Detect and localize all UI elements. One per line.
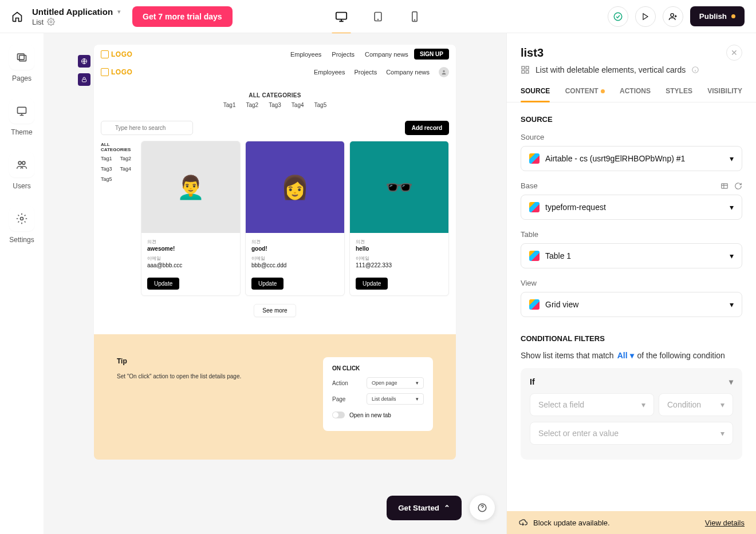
- condition-if-row[interactable]: If ▾: [530, 377, 733, 386]
- tag[interactable]: Tag1: [223, 102, 236, 108]
- card[interactable]: 👨‍🦱 의견 awesome! 이메일 aaa@bbb.ccc Update: [141, 141, 241, 296]
- search-row: Add record: [94, 115, 456, 141]
- tab-visibility[interactable]: VISIBILITY: [707, 87, 742, 102]
- open-new-tab-toggle[interactable]: [332, 412, 345, 418]
- side-tag[interactable]: Tag4: [120, 166, 132, 172]
- refresh-icon[interactable]: [734, 182, 742, 190]
- dot-indicator: [601, 89, 605, 93]
- side-tag[interactable]: Tag5: [101, 176, 112, 182]
- trial-button[interactable]: Get 7 more trial days: [132, 6, 233, 27]
- side-tag[interactable]: Tag3: [101, 166, 112, 172]
- play-button[interactable]: [635, 6, 656, 27]
- page-label: List: [32, 18, 44, 26]
- close-panel-button[interactable]: ✕: [726, 45, 742, 61]
- rail-users[interactable]: Users: [9, 152, 34, 190]
- condition-select[interactable]: Condition▾: [659, 393, 733, 416]
- signup-button[interactable]: SIGN UP: [414, 49, 449, 60]
- tip-title: Tip: [117, 357, 289, 365]
- rail-pages[interactable]: Pages: [9, 45, 34, 82]
- tip-text: Set "On click" action to open the list d…: [117, 373, 289, 379]
- view-details-link[interactable]: View details: [705, 519, 745, 527]
- svg-marker-7: [643, 13, 648, 19]
- airtable-icon: [529, 251, 540, 261]
- device-mobile[interactable]: [403, 5, 426, 28]
- card-email: aaa@bbb.ccc: [147, 262, 234, 268]
- rail-label: Settings: [9, 236, 34, 244]
- status-ok-button[interactable]: [608, 6, 628, 27]
- add-record-button[interactable]: Add record: [405, 121, 449, 135]
- invite-button[interactable]: [663, 6, 683, 27]
- app-title-row[interactable]: Untitled Application ▾: [32, 7, 121, 17]
- card-image: 👨‍🦱: [141, 141, 240, 233]
- table-icon[interactable]: [720, 182, 729, 190]
- tab-styles[interactable]: STYLES: [666, 87, 692, 102]
- svg-point-13: [22, 161, 25, 164]
- nav-link[interactable]: Employees: [314, 69, 345, 76]
- tip-card: ON CLICK Action Open page▾ Page List det…: [323, 357, 433, 431]
- side-tag[interactable]: Tag1: [101, 156, 112, 161]
- source-select[interactable]: Airtable - cs (usrt9gElRHBOPbWnp) #1 ▾: [521, 146, 742, 171]
- chevron-down-icon: ▾: [729, 377, 733, 386]
- tip-action-select[interactable]: Open page▾: [367, 377, 424, 389]
- select-field[interactable]: Select a field▾: [530, 393, 654, 416]
- rail-label: Theme: [11, 128, 32, 136]
- update-button[interactable]: Update: [147, 278, 179, 290]
- help-button[interactable]: [470, 495, 495, 520]
- update-banner: Block update available. View details: [507, 511, 756, 534]
- view-value: Grid view: [545, 300, 724, 309]
- select-value[interactable]: Select or enter a value▾: [530, 422, 733, 445]
- nav-link[interactable]: Company news: [386, 69, 430, 76]
- chevron-down-icon: ▾: [730, 300, 734, 309]
- airtable-icon: [529, 153, 540, 164]
- svg-point-8: [671, 13, 674, 16]
- svg-point-6: [614, 13, 622, 21]
- chevron-down-icon: ▾: [416, 380, 419, 386]
- update-button[interactable]: Update: [356, 278, 388, 290]
- canvas: LOGO Employees Projects Company news SIG…: [44, 33, 506, 534]
- search-input[interactable]: [101, 121, 193, 135]
- preview-frame[interactable]: LOGO Employees Projects Company news SIG…: [94, 45, 456, 334]
- device-tablet[interactable]: [367, 5, 389, 28]
- match-all-dropdown[interactable]: All▾: [617, 351, 634, 360]
- chevron-down-icon: ▾: [730, 251, 734, 260]
- rail-theme[interactable]: Theme: [9, 98, 34, 136]
- table-select[interactable]: Table 1 ▾: [521, 243, 742, 268]
- home-icon[interactable]: [11, 11, 23, 22]
- svg-rect-18: [522, 66, 525, 69]
- device-desktop[interactable]: [330, 5, 353, 28]
- rail-settings[interactable]: Settings: [9, 206, 34, 244]
- airtable-icon: [529, 202, 540, 212]
- card-label: 의견: [356, 239, 443, 245]
- tip-page-select[interactable]: List details▾: [367, 393, 424, 405]
- tag[interactable]: Tag4: [292, 102, 304, 108]
- block-header-badge-2[interactable]: [78, 73, 90, 86]
- nav-link[interactable]: Company news: [365, 51, 408, 58]
- view-select[interactable]: Grid view ▾: [521, 292, 742, 317]
- base-select[interactable]: typeform-request ▾: [521, 195, 742, 220]
- tab-actions[interactable]: ACTIONS: [620, 87, 651, 102]
- nav-link[interactable]: Projects: [354, 69, 377, 76]
- avatar-icon[interactable]: [439, 67, 449, 77]
- info-icon[interactable]: [691, 66, 699, 74]
- nav-link[interactable]: Employees: [290, 51, 321, 58]
- publish-button[interactable]: Publish: [690, 6, 745, 26]
- tablet-icon: [372, 11, 384, 22]
- side-tag[interactable]: Tag2: [120, 156, 132, 161]
- get-started-button[interactable]: Get Started⌃: [387, 496, 462, 520]
- tag[interactable]: Tag5: [314, 102, 327, 108]
- page-breadcrumb[interactable]: List: [32, 18, 121, 26]
- card[interactable]: 👩 의견 good! 이메일 bbb@ccc.ddd Update: [245, 141, 345, 296]
- see-more-button[interactable]: See more: [254, 304, 296, 317]
- card[interactable]: 🕶️ 의견 hello 이메일 111@222.333 Update: [349, 141, 449, 296]
- tab-source[interactable]: SOURCE: [521, 87, 550, 102]
- cloud-download-icon: [518, 518, 527, 527]
- card-label: 의견: [251, 239, 338, 245]
- update-button[interactable]: Update: [251, 278, 284, 290]
- tag[interactable]: Tag3: [269, 102, 281, 108]
- source-label: Source: [521, 133, 742, 141]
- block-header-badge[interactable]: [78, 55, 90, 68]
- tab-content[interactable]: CONTENT: [565, 87, 605, 102]
- table-value: Table 1: [545, 251, 724, 260]
- nav-link[interactable]: Projects: [332, 51, 355, 58]
- tag[interactable]: Tag2: [246, 102, 258, 108]
